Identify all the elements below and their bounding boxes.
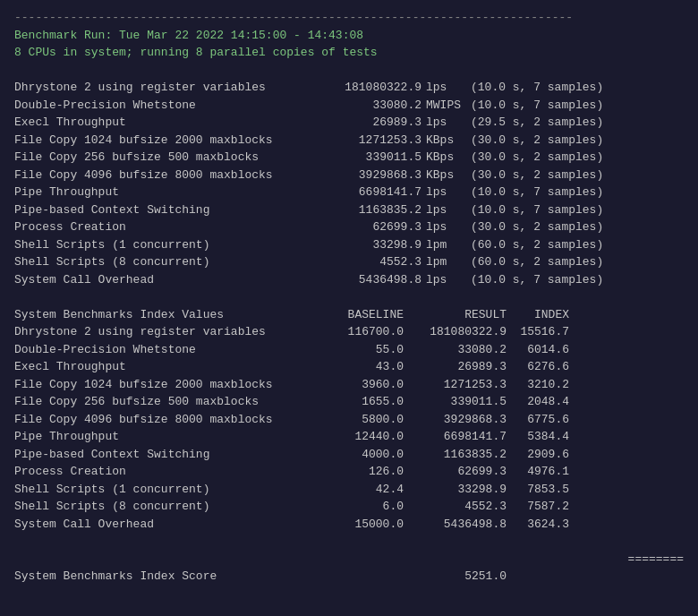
index-result: 33080.2 [404,341,506,359]
equals-separator: ======== [14,551,684,569]
score-value: 5251.0 [444,568,506,586]
index-baseline: 12440.0 [319,428,404,446]
index-name: Double-Precision Whetstone [14,341,319,359]
blank2 [14,288,684,306]
result-unit: lps [421,184,466,201]
result-value: 6698141.7 [319,184,421,201]
result-value: 26989.3 [319,114,421,132]
index-index: 15516.7 [506,323,569,341]
index-index: 6276.6 [506,358,569,376]
index-name: System Call Overhead [14,516,319,534]
index-baseline: 3960.0 [319,376,404,394]
result-unit: lps [421,114,466,132]
index-baseline: 1655.0 [319,393,404,411]
index-row-6: Pipe Throughput 12440.0 6698141.7 5384.4 [14,428,684,446]
index-row-8: Process Creation 126.0 62699.3 4976.1 [14,463,684,481]
index-index: 6775.6 [506,411,569,429]
result-value: 5436498.8 [319,271,421,289]
result-unit: lpm [421,253,466,271]
index-name: File Copy 1024 bufsize 2000 maxblocks [14,376,319,394]
index-index: 2048.4 [506,393,569,411]
result-info: (10.0 s, 7 samples) [466,97,603,115]
index-baseline: 43.0 [319,358,404,376]
result-row-4: File Copy 256 bufsize 500 maxblocks 3390… [14,149,684,167]
result-name: Dhrystone 2 using register variables [14,79,319,97]
index-result: 26989.3 [404,358,506,376]
index-baseline: 4000.0 [319,446,404,464]
result-unit: lps [421,201,466,219]
result-name: Shell Scripts (1 concurrent) [14,236,319,254]
result-value: 33080.2 [319,97,421,115]
result-unit: MWIPS [421,97,466,115]
result-info: (30.0 s, 2 samples) [466,132,603,150]
result-name: File Copy 4096 bufsize 8000 maxblocks [14,167,319,184]
index-header-result: RESULT [404,306,506,324]
result-value: 339011.5 [319,149,421,167]
result-row-1: Double-Precision Whetstone 33080.2 MWIPS… [14,97,684,115]
index-row-4: File Copy 256 bufsize 500 maxblocks 1655… [14,393,684,411]
index-row-0: Dhrystone 2 using register variables 116… [14,323,684,341]
result-row-10: Shell Scripts (8 concurrent) 4552.3 lpm … [14,253,684,271]
index-result: 1271253.3 [404,376,506,394]
index-index: 2909.6 [506,446,569,464]
index-baseline: 126.0 [319,463,404,481]
result-name: File Copy 1024 bufsize 2000 maxblocks [14,132,319,150]
result-value: 1163835.2 [319,201,421,219]
index-index: 3210.2 [506,376,569,394]
result-name: Pipe Throughput [14,184,319,201]
index-result: 181080322.9 [404,323,506,341]
index-result: 5436498.8 [404,516,506,534]
result-name: Process Creation [14,218,319,236]
header-line1: Benchmark Run: Tue Mar 22 2022 14:15:00 … [14,27,684,45]
result-value: 4552.3 [319,253,421,271]
index-name: Pipe-based Context Switching [14,446,319,464]
result-row-11: System Call Overhead 5436498.8 lps (10.0… [14,271,684,289]
result-unit: lps [421,218,466,236]
index-row-1: Double-Precision Whetstone 55.0 33080.2 … [14,341,684,359]
index-index: 6014.6 [506,341,569,359]
index-result: 62699.3 [404,463,506,481]
index-result: 3929868.3 [404,411,506,429]
score-label: System Benchmarks Index Score [14,568,444,586]
result-name: File Copy 256 bufsize 500 maxblocks [14,149,319,167]
index-table-header: System Benchmarks Index Values BASELINE … [14,306,684,324]
index-index: 3624.3 [506,516,569,534]
index-row-10: Shell Scripts (8 concurrent) 6.0 4552.3 … [14,498,684,516]
blank4 [14,586,684,603]
result-row-7: Pipe-based Context Switching 1163835.2 l… [14,201,684,219]
result-name: Shell Scripts (8 concurrent) [14,253,319,271]
index-index: 5384.4 [506,428,569,446]
index-row-3: File Copy 1024 bufsize 2000 maxblocks 39… [14,376,684,394]
result-name: Pipe-based Context Switching [14,201,319,219]
result-value: 181080322.9 [319,79,421,97]
index-header-baseline: BASELINE [319,306,404,324]
result-value: 1271253.3 [319,132,421,150]
index-baseline: 42.4 [319,481,404,499]
index-name: Shell Scripts (8 concurrent) [14,498,319,516]
result-row-9: Shell Scripts (1 concurrent) 33298.9 lpm… [14,236,684,254]
result-unit: lpm [421,236,466,254]
result-info: (29.5 s, 2 samples) [466,114,603,132]
result-row-2: Execl Throughput 26989.3 lps (29.5 s, 2 … [14,114,684,132]
blank3 [14,533,684,551]
index-baseline: 116700.0 [319,323,404,341]
result-row-5: File Copy 4096 bufsize 8000 maxblocks 39… [14,167,684,184]
result-info: (30.0 s, 2 samples) [466,167,603,184]
index-name: Dhrystone 2 using register variables [14,323,319,341]
index-table: System Benchmarks Index Values BASELINE … [14,306,684,534]
index-row-11: System Call Overhead 15000.0 5436498.8 3… [14,516,684,534]
results-section: Dhrystone 2 using register variables 181… [14,79,684,288]
result-unit: KBps [421,132,466,150]
index-result: 1163835.2 [404,446,506,464]
index-result: 6698141.7 [404,428,506,446]
result-value: 62699.3 [319,218,421,236]
result-info: (10.0 s, 7 samples) [466,184,603,201]
result-info: (60.0 s, 2 samples) [466,236,603,254]
result-row-8: Process Creation 62699.3 lps (30.0 s, 2 … [14,218,684,236]
result-value: 33298.9 [319,236,421,254]
result-unit: KBps [421,149,466,167]
index-result: 33298.9 [404,481,506,499]
index-index: 7853.5 [506,481,569,499]
index-name: Pipe Throughput [14,428,319,446]
index-index: 4976.1 [506,463,569,481]
